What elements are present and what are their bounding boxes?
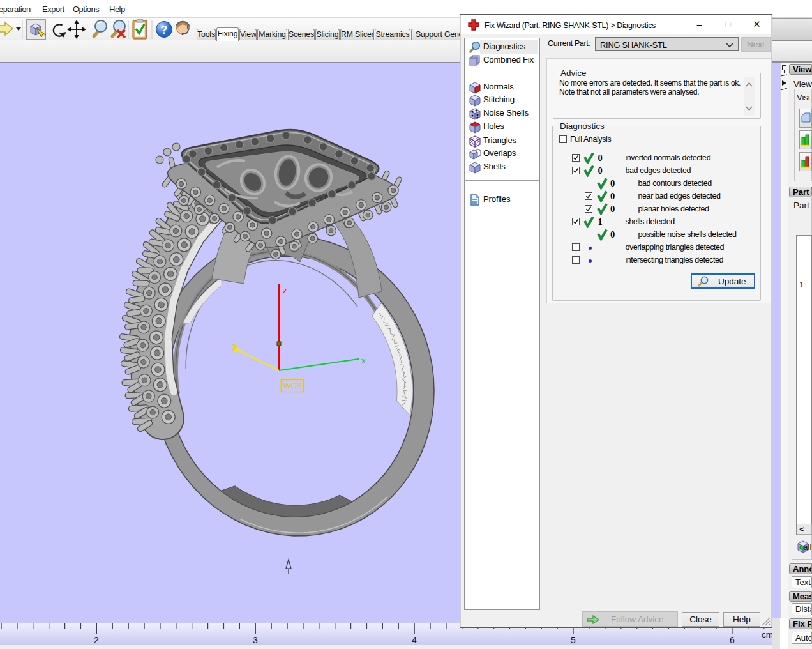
svg-text:4: 4 (412, 635, 417, 645)
svg-text:?: ? (161, 24, 168, 36)
svg-text:cm: cm (762, 630, 773, 639)
svg-text:2: 2 (94, 635, 99, 645)
svg-text:y: y (232, 340, 237, 350)
svg-text:WCS: WCS (283, 381, 302, 390)
svg-text:5: 5 (571, 635, 576, 645)
svg-text:z: z (283, 286, 287, 295)
svg-text:3: 3 (253, 635, 258, 645)
svg-text:6: 6 (730, 635, 735, 645)
svg-text:x: x (361, 356, 366, 365)
